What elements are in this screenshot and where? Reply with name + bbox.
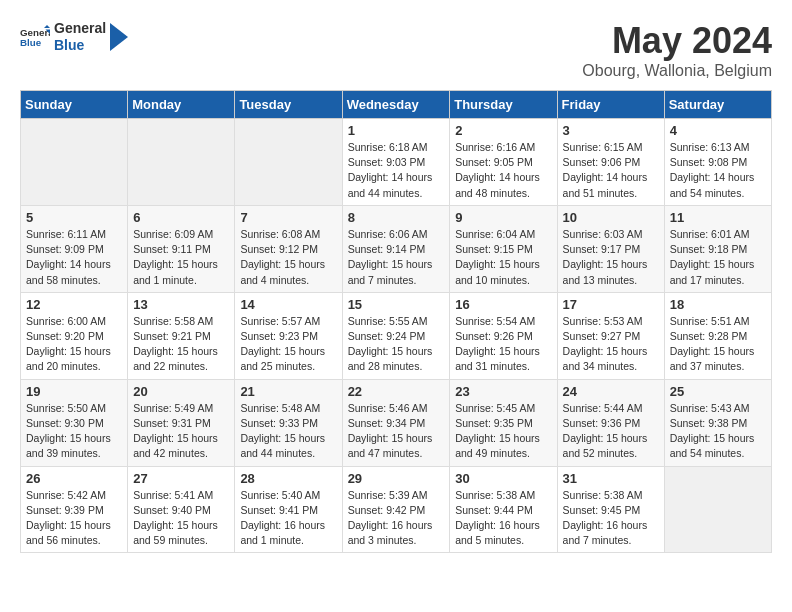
day-info: Sunrise: 5:53 AM Sunset: 9:27 PM Dayligh… [563,314,659,375]
day-number: 28 [240,471,336,486]
calendar-day-cell: 3Sunrise: 6:15 AM Sunset: 9:06 PM Daylig… [557,119,664,206]
day-info: Sunrise: 5:41 AM Sunset: 9:40 PM Dayligh… [133,488,229,549]
day-number: 14 [240,297,336,312]
day-of-week-header: Monday [128,91,235,119]
day-number: 7 [240,210,336,225]
calendar-day-cell [128,119,235,206]
logo-icon: General Blue [20,25,50,49]
day-info: Sunrise: 5:46 AM Sunset: 9:34 PM Dayligh… [348,401,445,462]
day-number: 10 [563,210,659,225]
day-number: 29 [348,471,445,486]
calendar-day-cell: 21Sunrise: 5:48 AM Sunset: 9:33 PM Dayli… [235,379,342,466]
calendar-week-row: 19Sunrise: 5:50 AM Sunset: 9:30 PM Dayli… [21,379,772,466]
calendar-day-cell [235,119,342,206]
calendar-day-cell: 2Sunrise: 6:16 AM Sunset: 9:05 PM Daylig… [450,119,557,206]
calendar-day-cell: 16Sunrise: 5:54 AM Sunset: 9:26 PM Dayli… [450,292,557,379]
day-number: 4 [670,123,766,138]
day-info: Sunrise: 5:49 AM Sunset: 9:31 PM Dayligh… [133,401,229,462]
svg-marker-4 [110,23,128,51]
svg-text:Blue: Blue [20,37,42,48]
title-section: May 2024 Obourg, Wallonia, Belgium [582,20,772,80]
calendar-day-cell: 12Sunrise: 6:00 AM Sunset: 9:20 PM Dayli… [21,292,128,379]
calendar-day-cell: 31Sunrise: 5:38 AM Sunset: 9:45 PM Dayli… [557,466,664,553]
day-of-week-header: Tuesday [235,91,342,119]
day-info: Sunrise: 6:18 AM Sunset: 9:03 PM Dayligh… [348,140,445,201]
calendar-day-cell: 15Sunrise: 5:55 AM Sunset: 9:24 PM Dayli… [342,292,450,379]
day-info: Sunrise: 5:58 AM Sunset: 9:21 PM Dayligh… [133,314,229,375]
day-info: Sunrise: 5:42 AM Sunset: 9:39 PM Dayligh… [26,488,122,549]
calendar-week-row: 26Sunrise: 5:42 AM Sunset: 9:39 PM Dayli… [21,466,772,553]
calendar-day-cell: 23Sunrise: 5:45 AM Sunset: 9:35 PM Dayli… [450,379,557,466]
day-info: Sunrise: 6:00 AM Sunset: 9:20 PM Dayligh… [26,314,122,375]
calendar-day-cell: 28Sunrise: 5:40 AM Sunset: 9:41 PM Dayli… [235,466,342,553]
calendar-day-cell: 8Sunrise: 6:06 AM Sunset: 9:14 PM Daylig… [342,205,450,292]
day-info: Sunrise: 5:44 AM Sunset: 9:36 PM Dayligh… [563,401,659,462]
calendar-day-cell: 10Sunrise: 6:03 AM Sunset: 9:17 PM Dayli… [557,205,664,292]
day-info: Sunrise: 5:48 AM Sunset: 9:33 PM Dayligh… [240,401,336,462]
calendar-header-row: SundayMondayTuesdayWednesdayThursdayFrid… [21,91,772,119]
calendar-day-cell: 5Sunrise: 6:11 AM Sunset: 9:09 PM Daylig… [21,205,128,292]
day-info: Sunrise: 6:11 AM Sunset: 9:09 PM Dayligh… [26,227,122,288]
day-number: 22 [348,384,445,399]
day-number: 11 [670,210,766,225]
day-info: Sunrise: 6:04 AM Sunset: 9:15 PM Dayligh… [455,227,551,288]
day-info: Sunrise: 5:43 AM Sunset: 9:38 PM Dayligh… [670,401,766,462]
calendar-day-cell: 27Sunrise: 5:41 AM Sunset: 9:40 PM Dayli… [128,466,235,553]
calendar-day-cell: 20Sunrise: 5:49 AM Sunset: 9:31 PM Dayli… [128,379,235,466]
day-info: Sunrise: 6:15 AM Sunset: 9:06 PM Dayligh… [563,140,659,201]
calendar-day-cell: 19Sunrise: 5:50 AM Sunset: 9:30 PM Dayli… [21,379,128,466]
day-number: 20 [133,384,229,399]
calendar-table: SundayMondayTuesdayWednesdayThursdayFrid… [20,90,772,553]
calendar-day-cell: 1Sunrise: 6:18 AM Sunset: 9:03 PM Daylig… [342,119,450,206]
calendar-day-cell: 18Sunrise: 5:51 AM Sunset: 9:28 PM Dayli… [664,292,771,379]
day-number: 30 [455,471,551,486]
day-info: Sunrise: 6:13 AM Sunset: 9:08 PM Dayligh… [670,140,766,201]
calendar-week-row: 5Sunrise: 6:11 AM Sunset: 9:09 PM Daylig… [21,205,772,292]
day-of-week-header: Wednesday [342,91,450,119]
day-info: Sunrise: 5:50 AM Sunset: 9:30 PM Dayligh… [26,401,122,462]
day-info: Sunrise: 5:40 AM Sunset: 9:41 PM Dayligh… [240,488,336,549]
logo: General Blue General Blue [20,20,128,54]
calendar-day-cell [21,119,128,206]
calendar-day-cell: 4Sunrise: 6:13 AM Sunset: 9:08 PM Daylig… [664,119,771,206]
day-number: 16 [455,297,551,312]
day-number: 1 [348,123,445,138]
calendar-week-row: 12Sunrise: 6:00 AM Sunset: 9:20 PM Dayli… [21,292,772,379]
day-info: Sunrise: 5:55 AM Sunset: 9:24 PM Dayligh… [348,314,445,375]
day-number: 3 [563,123,659,138]
calendar-day-cell: 30Sunrise: 5:38 AM Sunset: 9:44 PM Dayli… [450,466,557,553]
calendar-day-cell: 13Sunrise: 5:58 AM Sunset: 9:21 PM Dayli… [128,292,235,379]
day-number: 17 [563,297,659,312]
calendar-day-cell: 14Sunrise: 5:57 AM Sunset: 9:23 PM Dayli… [235,292,342,379]
day-number: 19 [26,384,122,399]
day-of-week-header: Friday [557,91,664,119]
day-number: 8 [348,210,445,225]
logo-blue: Blue [54,37,106,54]
day-number: 25 [670,384,766,399]
day-number: 13 [133,297,229,312]
day-info: Sunrise: 5:38 AM Sunset: 9:45 PM Dayligh… [563,488,659,549]
logo-chevron-icon [110,23,128,51]
day-of-week-header: Thursday [450,91,557,119]
calendar-day-cell: 22Sunrise: 5:46 AM Sunset: 9:34 PM Dayli… [342,379,450,466]
day-info: Sunrise: 5:54 AM Sunset: 9:26 PM Dayligh… [455,314,551,375]
day-number: 15 [348,297,445,312]
day-info: Sunrise: 6:08 AM Sunset: 9:12 PM Dayligh… [240,227,336,288]
calendar-day-cell: 6Sunrise: 6:09 AM Sunset: 9:11 PM Daylig… [128,205,235,292]
day-number: 2 [455,123,551,138]
month-year-title: May 2024 [582,20,772,62]
day-number: 12 [26,297,122,312]
day-number: 23 [455,384,551,399]
day-info: Sunrise: 6:09 AM Sunset: 9:11 PM Dayligh… [133,227,229,288]
day-number: 27 [133,471,229,486]
calendar-day-cell: 11Sunrise: 6:01 AM Sunset: 9:18 PM Dayli… [664,205,771,292]
calendar-day-cell: 29Sunrise: 5:39 AM Sunset: 9:42 PM Dayli… [342,466,450,553]
day-info: Sunrise: 5:51 AM Sunset: 9:28 PM Dayligh… [670,314,766,375]
day-info: Sunrise: 6:01 AM Sunset: 9:18 PM Dayligh… [670,227,766,288]
day-info: Sunrise: 6:16 AM Sunset: 9:05 PM Dayligh… [455,140,551,201]
day-of-week-header: Saturday [664,91,771,119]
day-of-week-header: Sunday [21,91,128,119]
day-number: 24 [563,384,659,399]
calendar-day-cell [664,466,771,553]
day-info: Sunrise: 5:45 AM Sunset: 9:35 PM Dayligh… [455,401,551,462]
